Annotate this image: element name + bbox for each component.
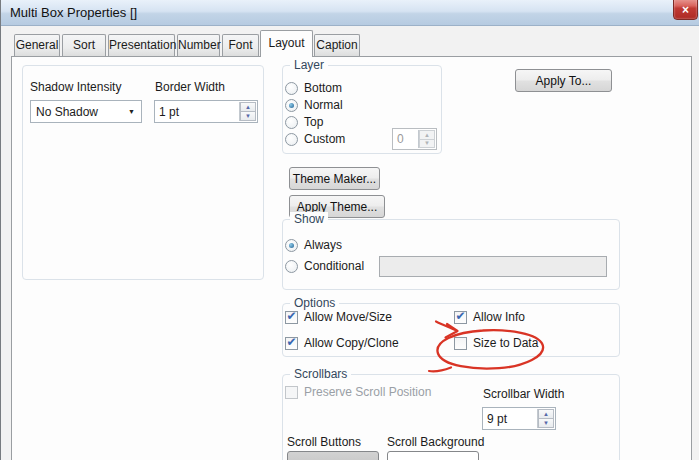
arrow-up-icon: ▲ — [424, 132, 430, 138]
radio-icon — [285, 116, 298, 129]
radio-show-always[interactable]: Always — [285, 238, 342, 252]
window-title: Multi Box Properties [] — [10, 0, 137, 25]
tab-caption[interactable]: Caption — [314, 34, 360, 56]
close-icon: × — [682, 3, 689, 17]
border-width-value: 1 pt — [155, 101, 238, 122]
scrollbar-width-value: 9 pt — [483, 408, 536, 429]
checkbox-preserve-scroll-position: Preserve Scroll Position — [285, 385, 431, 399]
shadow-intensity-select[interactable]: No Shadow ▼ — [30, 100, 142, 123]
tab-presentation[interactable]: Presentation — [108, 34, 175, 56]
tab-general[interactable]: General — [14, 34, 60, 56]
tab-layout[interactable]: Layout — [260, 30, 313, 57]
check-icon: ✔ — [455, 311, 465, 321]
radio-label: Normal — [304, 98, 343, 112]
radio-icon — [285, 239, 298, 252]
check-icon: ✔ — [286, 337, 296, 347]
radio-icon — [285, 133, 298, 146]
scrollbar-width-stepper[interactable]: 9 pt ▲ ▼ — [482, 407, 556, 430]
radio-label: Custom — [304, 132, 345, 146]
chevron-down-icon: ▼ — [128, 107, 135, 114]
tab-label: Font — [228, 38, 252, 52]
apply-to-button[interactable]: Apply To... — [515, 69, 612, 92]
theme-maker-label: Theme Maker... — [293, 172, 376, 186]
radio-icon — [285, 260, 298, 273]
dialog-window: Multi Box Properties [] × General Sort P… — [0, 0, 699, 460]
layer-custom-value: 0 — [393, 129, 417, 149]
checkbox-label: Allow Copy/Clone — [304, 336, 399, 350]
tab-label: General — [16, 38, 59, 52]
checkbox-allow-copy-clone[interactable]: ✔ Allow Copy/Clone — [285, 336, 399, 350]
checkbox-allow-move-size[interactable]: ✔ Allow Move/Size — [285, 310, 392, 324]
layout-tab-page: Shadow Intensity No Shadow ▼ Border Widt… — [11, 56, 692, 460]
radio-layer-normal[interactable]: Normal — [285, 98, 343, 112]
tab-label: Caption — [316, 38, 357, 52]
radio-layer-top[interactable]: Top — [285, 115, 323, 129]
scroll-buttons-label: Scroll Buttons — [287, 435, 361, 449]
tab-label: Layout — [268, 36, 304, 50]
layer-group-title: Layer — [290, 58, 328, 72]
spin-up-button[interactable]: ▲ — [538, 409, 554, 418]
radio-show-conditional[interactable]: Conditional — [285, 259, 364, 273]
tab-label: Presentation — [109, 38, 176, 52]
scrollbars-group-title: Scrollbars — [290, 367, 351, 381]
spin-up-button[interactable]: ▲ — [240, 102, 256, 111]
checkbox-label: Preserve Scroll Position — [304, 385, 431, 399]
radio-icon — [285, 99, 298, 112]
checkbox-checked-icon: ✔ — [285, 337, 298, 350]
spin-down-button[interactable]: ▼ — [538, 418, 554, 428]
scrollbar-width-label: Scrollbar Width — [483, 387, 564, 401]
radio-layer-custom[interactable]: Custom — [285, 132, 345, 146]
apply-to-label: Apply To... — [536, 74, 592, 88]
border-width-label: Border Width — [155, 80, 225, 94]
radio-icon — [285, 82, 298, 95]
arrow-up-icon: ▲ — [543, 411, 549, 417]
shadow-border-group — [22, 65, 264, 280]
arrow-down-icon: ▼ — [245, 113, 251, 119]
checkbox-checked-icon: ✔ — [285, 311, 298, 324]
scroll-buttons-color-button[interactable] — [287, 451, 379, 460]
tab-number[interactable]: Number — [177, 34, 220, 56]
checkbox-label: Allow Info — [473, 310, 525, 324]
radio-layer-bottom[interactable]: Bottom — [285, 81, 342, 95]
title-bar[interactable]: Multi Box Properties [] × — [1, 0, 699, 26]
radio-label: Always — [304, 238, 342, 252]
layer-custom-stepper: 0 ▲ ▼ — [392, 128, 437, 150]
tab-label: Sort — [73, 38, 95, 52]
radio-label: Conditional — [304, 259, 364, 273]
arrow-down-icon: ▼ — [424, 140, 430, 146]
scroll-background-color-button[interactable] — [387, 451, 479, 460]
tab-font[interactable]: Font — [222, 34, 259, 56]
tab-label: Number — [178, 38, 221, 52]
theme-maker-button[interactable]: Theme Maker... — [289, 167, 380, 190]
checkbox-unchecked-icon — [454, 337, 467, 350]
checkbox-unchecked-icon — [285, 386, 298, 399]
close-button[interactable]: × — [673, 0, 698, 20]
checkbox-checked-icon: ✔ — [454, 311, 467, 324]
arrow-up-icon: ▲ — [245, 104, 251, 110]
scroll-background-label: Scroll Background — [387, 435, 484, 449]
check-icon: ✔ — [286, 311, 296, 321]
spin-down-button: ▼ — [419, 139, 435, 149]
shadow-intensity-label: Shadow Intensity — [30, 80, 121, 94]
spin-up-button: ▲ — [419, 130, 435, 139]
checkbox-size-to-data[interactable]: Size to Data — [454, 336, 538, 350]
conditional-expression-field — [379, 256, 607, 277]
border-width-stepper[interactable]: 1 pt ▲ ▼ — [154, 100, 258, 123]
checkbox-label: Size to Data — [473, 336, 538, 350]
show-group-title: Show — [290, 212, 328, 226]
spin-down-button[interactable]: ▼ — [240, 111, 256, 121]
shadow-intensity-value: No Shadow — [36, 105, 98, 119]
arrow-down-icon: ▼ — [543, 420, 549, 426]
tab-sort[interactable]: Sort — [62, 34, 106, 56]
radio-label: Bottom — [304, 81, 342, 95]
show-group: Show — [282, 219, 620, 290]
checkbox-label: Allow Move/Size — [304, 310, 392, 324]
options-group-title: Options — [290, 296, 339, 310]
checkbox-allow-info[interactable]: ✔ Allow Info — [454, 310, 525, 324]
radio-label: Top — [304, 115, 323, 129]
